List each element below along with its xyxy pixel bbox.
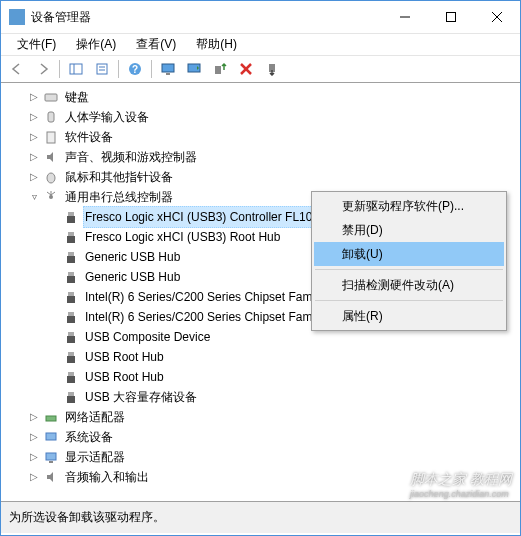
item-label: Generic USB Hub [83,267,182,287]
panel-icon [69,62,83,76]
properties-button[interactable] [90,58,114,80]
show-hide-console-button[interactable] [64,58,88,80]
svg-rect-11 [162,64,174,72]
device-up-icon [213,62,227,76]
expander-icon[interactable]: ▷ [27,430,41,444]
tree-node-system[interactable]: ▷系统设备 [3,427,518,447]
expander-icon[interactable]: ▷ [27,90,41,104]
ctx-scan-hardware[interactable]: 扫描检测硬件改动(A) [314,273,504,297]
audio-icon [43,469,59,485]
ctx-separator [315,269,503,270]
menu-view[interactable]: 查看(V) [126,34,186,55]
arrow-right-icon [36,62,50,76]
scan-hardware-button[interactable] [156,58,180,80]
svg-rect-30 [68,252,74,256]
app-icon [9,9,25,25]
software-icon [43,129,59,145]
usb-device-icon [63,249,79,265]
tree-node-hid[interactable]: ▷人体学输入设备 [3,107,518,127]
back-button[interactable] [5,58,29,80]
usb-device-icon [63,369,79,385]
svg-rect-34 [68,292,74,296]
ctx-properties[interactable]: 属性(R) [314,304,504,328]
update-driver-button[interactable] [182,58,206,80]
svg-text:?: ? [132,64,138,75]
close-button[interactable] [474,1,520,33]
device-down-icon [265,62,279,76]
expander-icon[interactable]: ▷ [27,410,41,424]
item-label: Fresco Logic xHCI (USB3) Root Hub [83,227,282,247]
menu-file[interactable]: 文件(F) [7,34,66,55]
expander-icon[interactable]: ▷ [27,110,41,124]
svg-rect-1 [447,13,456,22]
svg-rect-19 [48,112,54,122]
tree-node-mouse[interactable]: ▷鼠标和其他指针设备 [3,167,518,187]
ctx-update-driver[interactable]: 更新驱动程序软件(P)... [314,194,504,218]
toolbar-separator [59,60,60,78]
expander-icon[interactable]: ▷ [27,470,41,484]
usb-device-icon [63,269,79,285]
node-label: 软件设备 [63,127,115,147]
statusbar: 为所选设备卸载该驱动程序。 [1,501,520,533]
uninstall-button[interactable] [234,58,258,80]
network-icon [43,409,59,425]
ctx-uninstall[interactable]: 卸载(U) [314,242,504,266]
ctx-separator [315,300,503,301]
window-controls [382,1,520,33]
disable-button[interactable] [260,58,284,80]
svg-rect-26 [68,212,74,216]
tree-node-audio-game[interactable]: ▷声音、视频和游戏控制器 [3,147,518,167]
node-label: 鼠标和其他指针设备 [63,167,175,187]
item-label: USB Root Hub [83,347,166,367]
tree-node-keyboard[interactable]: ▷键盘 [3,87,518,107]
svg-rect-48 [46,453,56,460]
usb-device-icon [63,309,79,325]
item-label: USB Composite Device [83,327,212,347]
svg-rect-49 [49,461,53,463]
toolbar: ? [1,55,520,83]
svg-rect-36 [68,312,74,316]
enable-button[interactable] [208,58,232,80]
svg-rect-14 [215,66,221,74]
maximize-button[interactable] [428,1,474,33]
svg-rect-41 [67,356,75,363]
expander-icon[interactable]: ▷ [27,130,41,144]
menu-help[interactable]: 帮助(H) [186,34,247,55]
display-icon [43,449,59,465]
expander-icon[interactable]: ▷ [27,170,41,184]
node-label: 系统设备 [63,427,115,447]
svg-rect-29 [67,236,75,243]
status-text: 为所选设备卸载该驱动程序。 [9,509,165,526]
window-title: 设备管理器 [31,9,382,26]
node-label: 显示适配器 [63,447,127,467]
tree-item-usb-8[interactable]: USB Root Hub [3,367,518,387]
tree-node-network[interactable]: ▷网络适配器 [3,407,518,427]
tree-node-software[interactable]: ▷软件设备 [3,127,518,147]
speaker-icon [43,149,59,165]
menu-action[interactable]: 操作(A) [66,34,126,55]
svg-rect-45 [67,396,75,403]
expander-icon[interactable]: ▷ [27,450,41,464]
tree-node-audio-io[interactable]: ▷音频输入和输出 [3,467,518,487]
item-label: Generic USB Hub [83,247,182,267]
monitor-up-icon [187,62,201,76]
svg-rect-43 [67,376,75,383]
ctx-disable[interactable]: 禁用(D) [314,218,504,242]
minimize-button[interactable] [382,1,428,33]
node-label: 声音、视频和游戏控制器 [63,147,199,167]
expander-icon[interactable]: ▿ [27,190,41,204]
tree-node-display[interactable]: ▷显示适配器 [3,447,518,467]
expander-icon[interactable]: ▷ [27,150,41,164]
svg-rect-12 [166,73,170,75]
usb-device-icon [63,289,79,305]
svg-rect-33 [67,276,75,283]
help-button[interactable]: ? [123,58,147,80]
usb-icon [43,189,59,205]
properties-icon [95,62,109,76]
tree-item-usb-9[interactable]: USB 大容量存储设备 [3,387,518,407]
tree-item-usb-7[interactable]: USB Root Hub [3,347,518,367]
svg-rect-31 [67,256,75,263]
svg-rect-44 [68,392,74,396]
context-menu: 更新驱动程序软件(P)... 禁用(D) 卸载(U) 扫描检测硬件改动(A) 属… [311,191,507,331]
forward-button[interactable] [31,58,55,80]
